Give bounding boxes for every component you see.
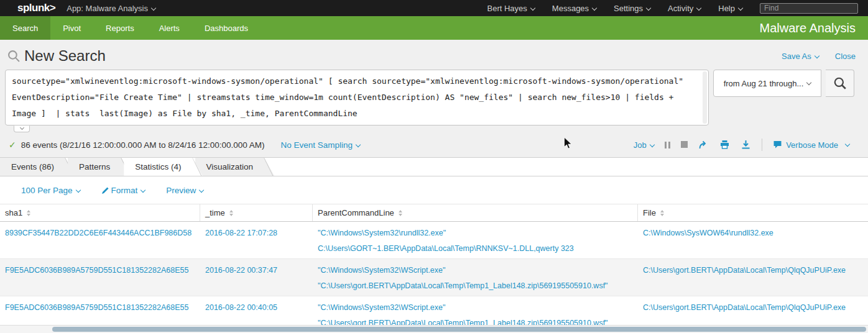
search-mode-label: Verbose Mode: [786, 140, 838, 150]
nav-alerts[interactable]: Alerts: [147, 16, 192, 40]
cell-file[interactable]: C:\Users\gort.BERT\AppData\Local\Temp\Ql…: [638, 259, 868, 296]
app-nav-bar: Search Pivot Reports Alerts Dashboards M…: [0, 16, 868, 40]
job-menu[interactable]: Job: [634, 140, 654, 150]
user-menu-label: Bert Hayes: [487, 4, 527, 13]
parent-cmd-link[interactable]: "C:\Users\gort.BERT\AppData\Local\Temp\T…: [318, 281, 608, 290]
settings-menu[interactable]: Settings: [614, 4, 650, 13]
user-menu[interactable]: Bert Hayes: [487, 4, 535, 13]
help-menu[interactable]: Help: [718, 4, 742, 13]
page-title: New Search: [7, 47, 106, 65]
query-scrollbar[interactable]: [703, 71, 707, 124]
parent-cmd-link[interactable]: "C:\Windows\System32\rundll32.exe": [318, 229, 446, 237]
events-summary: 86 events (8/21/16 12:00:00.000 AM to 8/…: [21, 140, 265, 150]
event-sampling-label: No Event Sampling: [281, 140, 353, 150]
time-range-label: from Aug 21 through...: [724, 79, 804, 88]
messages-menu[interactable]: Messages: [552, 4, 596, 13]
per-page-dropdown[interactable]: 100 Per Page: [21, 186, 80, 195]
preview-label: Preview: [166, 186, 196, 195]
close-button[interactable]: Close: [835, 52, 856, 61]
column-header-file[interactable]: File: [638, 204, 868, 221]
find-input[interactable]: [760, 3, 858, 14]
scrollbar-thumb[interactable]: [52, 327, 866, 332]
nav-pivot[interactable]: Pivot: [50, 16, 93, 40]
column-label: ParentCommandLine: [318, 208, 394, 217]
sort-icon: [27, 210, 30, 216]
activity-menu[interactable]: Activity: [668, 4, 701, 13]
messages-menu-label: Messages: [552, 4, 589, 13]
tab-statistics[interactable]: Statistics (4): [124, 158, 202, 176]
app-menu-dropdown[interactable]: App: Malware Analysis: [67, 4, 155, 13]
splunk-logo[interactable]: splunk>: [0, 2, 67, 14]
print-icon[interactable]: [719, 140, 730, 150]
job-status-row: ✓ 86 events (8/21/16 12:00:00.000 AM to …: [0, 132, 868, 157]
time-link[interactable]: 2016-08-22 00:40:05: [205, 303, 277, 312]
save-as-button[interactable]: Save As: [782, 52, 819, 61]
column-label: sha1: [5, 208, 22, 217]
chevron-down-icon: [646, 5, 651, 10]
cell-parentcommandline[interactable]: "C:\Windows\System32\WScript.exe""C:\Use…: [313, 259, 638, 296]
sort-icon: [660, 210, 664, 216]
tab-events[interactable]: Events (86): [0, 158, 75, 176]
table-row: F9E5ADC6036B989A5759D551C181352282A68E55…: [0, 259, 868, 296]
cell-file[interactable]: C:\Windows\SysWOW64\rundll32.exe: [638, 222, 868, 258]
sha1-link[interactable]: F9E5ADC6036B989A5759D551C181352282A68E55: [5, 266, 188, 275]
nav-dashboards[interactable]: Dashboards: [192, 16, 261, 40]
cell-sha1[interactable]: F9E5ADC6036B989A5759D551C181352282A68E55: [0, 259, 200, 296]
column-header-sha1[interactable]: sha1: [0, 204, 200, 221]
search-bar-row: sourcetype="xmlwineventlog:microsoft-win…: [0, 70, 868, 125]
preview-dropdown[interactable]: Preview: [166, 186, 203, 195]
file-link[interactable]: C:\Users\gort.BERT\AppData\Local\Temp\Ql…: [643, 266, 846, 275]
parent-cmd-link[interactable]: "C:\Windows\System32\WScript.exe": [318, 303, 445, 312]
nav-search-label: Search: [12, 24, 38, 33]
nav-reports[interactable]: Reports: [93, 16, 147, 40]
file-link[interactable]: C:\Windows\SysWOW64\rundll32.exe: [643, 229, 773, 237]
sort-icon: [399, 210, 402, 216]
results-tabs: Events (86) Patterns Statistics (4) Visu…: [0, 157, 868, 176]
chevron-down-icon: [815, 53, 820, 58]
chevron-down-icon: [19, 125, 24, 130]
nav-alerts-label: Alerts: [159, 24, 180, 33]
tab-visualization[interactable]: Visualization: [195, 158, 275, 176]
search-query-input[interactable]: sourcetype="xmlwineventlog:microsoft-win…: [5, 70, 709, 125]
tab-visualization-label: Visualization: [206, 162, 254, 171]
format-dropdown[interactable]: Format: [101, 186, 145, 195]
nav-dashboards-label: Dashboards: [205, 24, 248, 33]
time-link[interactable]: 2016-08-22 17:07:28: [205, 229, 277, 237]
download-icon[interactable]: [741, 140, 751, 150]
sha1-link[interactable]: 8939CF35447B22DD2C6E6F443446ACC1BF986D58: [5, 229, 192, 237]
table-header: sha1 _time ParentCommandLine File: [0, 204, 868, 222]
time-link[interactable]: 2016-08-22 00:37:47: [205, 266, 277, 275]
pause-icon[interactable]: [665, 142, 671, 148]
cell-parentcommandline[interactable]: "C:\Windows\System32\rundll32.exe"C:\Use…: [313, 222, 638, 258]
share-icon[interactable]: [698, 140, 709, 150]
column-header-time[interactable]: _time: [200, 204, 313, 221]
chevron-down-icon: [649, 142, 654, 147]
tab-patterns[interactable]: Patterns: [68, 158, 131, 176]
sha1-link[interactable]: F9E5ADC6036B989A5759D551C181352282A68E55: [5, 303, 188, 312]
per-page-label: 100 Per Page: [21, 186, 73, 195]
column-header-parentcommandline[interactable]: ParentCommandLine: [313, 204, 638, 221]
close-label: Close: [835, 52, 856, 61]
tab-patterns-label: Patterns: [79, 162, 110, 171]
parent-cmd-link[interactable]: "C:\Windows\System32\WScript.exe": [318, 266, 445, 275]
event-sampling-dropdown[interactable]: No Event Sampling: [281, 140, 361, 150]
stop-icon[interactable]: [681, 140, 688, 150]
format-label: Format: [111, 186, 138, 195]
horizontal-scrollbar[interactable]: [0, 325, 868, 333]
parent-cmd-link[interactable]: C:\Users\GORT~1.BER\AppData\Local\Temp\R…: [318, 244, 574, 253]
column-label: File: [643, 208, 656, 217]
search-actions: Save As Close: [782, 52, 856, 61]
file-link[interactable]: C:\Users\gort.BERT\AppData\Local\Temp\Ql…: [643, 303, 846, 312]
pencil-icon: [101, 186, 109, 194]
run-search-button[interactable]: [826, 70, 854, 97]
search-mode-dropdown[interactable]: Verbose Mode: [773, 140, 849, 150]
time-range-picker[interactable]: from Aug 21 through...: [713, 70, 821, 97]
tab-events-label: Events (86): [11, 162, 54, 171]
search-bar-expander[interactable]: [14, 125, 30, 132]
job-controls: Job Verbose Mode: [634, 139, 849, 151]
cell-time[interactable]: 2016-08-22 17:07:28: [200, 222, 313, 258]
cell-time[interactable]: 2016-08-22 00:37:47: [200, 259, 313, 296]
app-title: Malware Analysis: [759, 16, 868, 40]
cell-sha1[interactable]: 8939CF35447B22DD2C6E6F443446ACC1BF986D58: [0, 222, 200, 258]
nav-search[interactable]: Search: [0, 16, 50, 40]
